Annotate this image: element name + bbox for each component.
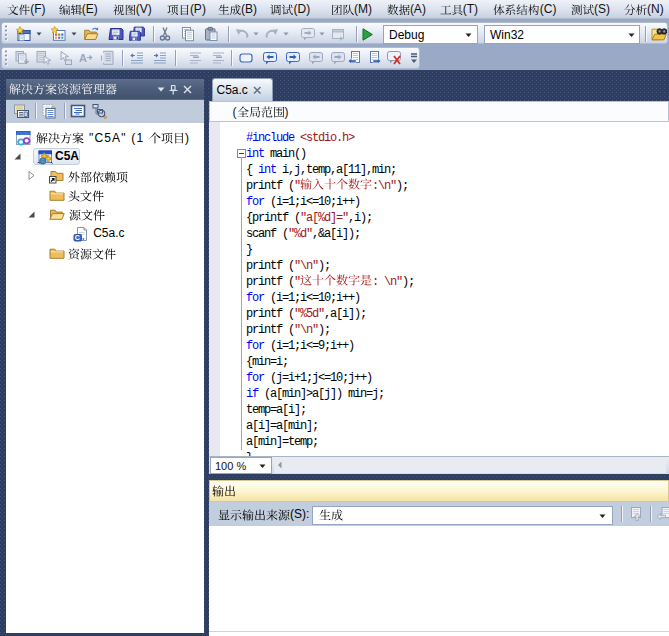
svg-text:A: A (79, 52, 87, 64)
svg-text:C: C (75, 233, 80, 240)
